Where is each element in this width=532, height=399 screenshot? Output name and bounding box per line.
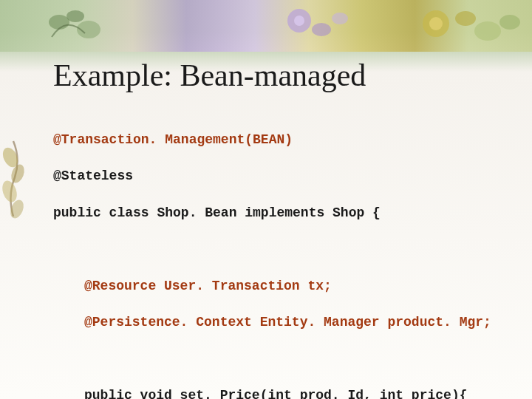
slide-content: Example: Bean-managed @Transaction. Mana… — [53, 58, 510, 399]
code-line: @Resource User. Transaction tx; — [53, 277, 510, 296]
svg-point-14 — [0, 179, 19, 204]
svg-point-12 — [0, 146, 21, 170]
code-line: public void set. Price(int prod. Id, int… — [53, 386, 510, 399]
code-block: @Transaction. Management(BEAN) @Stateles… — [53, 112, 510, 399]
code-line: @Transaction. Management(BEAN) — [53, 131, 510, 149]
svg-point-13 — [9, 163, 27, 185]
code-line: public class Shop. Bean implements Shop … — [53, 204, 510, 222]
leaf-sidebar-accent — [0, 137, 28, 314]
svg-point-15 — [8, 198, 27, 220]
decorative-banner — [0, 0, 532, 52]
code-line: @Persistence. Context Entity. Manager pr… — [53, 313, 510, 332]
slide-title: Example: Bean-managed — [53, 58, 510, 93]
code-line: @Stateless — [53, 167, 510, 185]
